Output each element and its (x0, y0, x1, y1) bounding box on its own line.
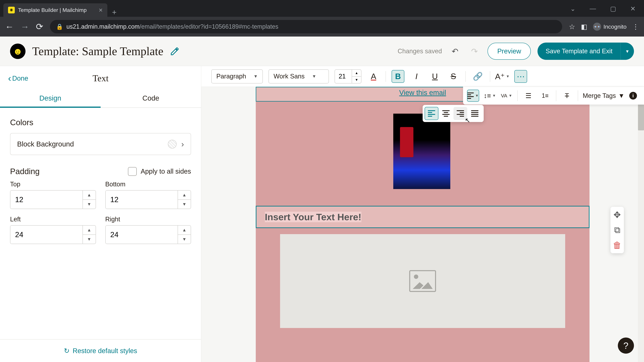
help-fab[interactable]: ? (618, 338, 634, 354)
email-body: View this email Insert Your Text Here! (256, 87, 590, 362)
page-title: Template: Sample Template (32, 44, 163, 58)
close-window-icon[interactable]: ✕ (630, 5, 636, 12)
colors-heading: Colors (10, 118, 191, 127)
text-color-icon[interactable]: A (367, 70, 380, 83)
font-family-select[interactable]: Work Sans▼ (268, 69, 329, 83)
apply-all-label: Apply to all sides (141, 168, 191, 175)
sidebar-tabs: Design Code (0, 90, 201, 108)
apply-all-checkbox[interactable] (128, 167, 137, 176)
edit-title-icon[interactable] (170, 46, 180, 56)
reload-icon[interactable]: ⟳ (36, 22, 43, 32)
hero-image[interactable] (393, 114, 450, 189)
padding-bottom-stepper: ▲▼ (105, 190, 191, 209)
align-dropdown-trigger[interactable]: ▼ (467, 90, 479, 102)
rte-toolbar: Paragraph▼ Work Sans▼ ▲▼ A B I U S 🔗 A⁺▼ (201, 66, 644, 87)
padding-left-input[interactable] (10, 226, 82, 244)
done-link[interactable]: Done (8, 75, 28, 82)
chevron-down-icon: ▼ (312, 74, 316, 79)
align-center-option[interactable] (439, 107, 453, 120)
align-right-option[interactable] (454, 107, 467, 120)
back-icon[interactable]: ← (5, 22, 14, 32)
padding-bottom-input[interactable] (106, 191, 178, 209)
bullet-list-icon[interactable]: ☰ (522, 90, 534, 102)
merge-tags-dropdown[interactable]: Merge Tags▼ (583, 92, 624, 99)
save-button-group: Save Template and Exit ▾ (538, 42, 634, 60)
block-format-select[interactable]: Paragraph▼ (211, 69, 263, 83)
padding-right-up[interactable]: ▲ (178, 226, 191, 235)
move-block-icon[interactable]: ✥ (613, 210, 622, 220)
padding-bottom-up[interactable]: ▲ (178, 191, 191, 200)
info-icon[interactable]: i (629, 92, 637, 99)
browser-titlebar: ✳ Template Builder | Mailchimp × + ⌄ — ▢… (0, 0, 644, 17)
url-text: us21.admin.mailchimp.com/email/templates… (66, 23, 278, 30)
strikethrough-icon[interactable]: S (447, 70, 460, 83)
more-options-icon[interactable]: ⋯ (514, 70, 527, 83)
padding-top-input[interactable] (10, 191, 82, 209)
text-styles-icon[interactable]: A⁺▼ (496, 70, 509, 83)
padding-top-up[interactable]: ▲ (83, 191, 96, 200)
underline-icon[interactable]: U (428, 70, 441, 83)
letter-spacing-icon[interactable]: VA▼ (500, 90, 513, 102)
align-left-icon (468, 92, 474, 99)
align-left-option[interactable] (425, 107, 438, 120)
tab-design[interactable]: Design (0, 90, 100, 108)
minimize-icon[interactable]: — (590, 5, 596, 12)
image-placeholder-block[interactable] (280, 234, 565, 328)
preview-button[interactable]: Preview (488, 43, 531, 60)
kebab-menu-icon[interactable]: ⋮ (632, 23, 639, 30)
tab-code[interactable]: Code (100, 90, 201, 108)
padding-bottom-down[interactable]: ▼ (178, 200, 191, 209)
block-tool-rail: ✥ ⧉ 🗑 (610, 207, 624, 253)
padding-right-stepper: ▲▼ (105, 225, 191, 244)
block-background-row[interactable]: Block Background › (10, 133, 191, 155)
undo-icon[interactable]: ↶ (448, 46, 461, 56)
side-panel-icon[interactable]: ◧ (581, 23, 587, 30)
font-size-input[interactable] (335, 73, 352, 80)
close-tab-icon[interactable]: × (99, 7, 103, 13)
app-header: ☻ Template: Sample Template Changes save… (0, 36, 644, 66)
canvas-scrollbar[interactable] (638, 87, 644, 362)
save-template-caret[interactable]: ▾ (620, 42, 634, 60)
padding-left-down[interactable]: ▼ (83, 235, 96, 244)
selected-text-block[interactable]: Insert Your Text Here! (256, 206, 590, 228)
chevron-right-icon: › (181, 139, 184, 149)
browser-tab[interactable]: ✳ Template Builder | Mailchimp × (3, 3, 107, 17)
rte-toolbar-overflow: ▼ ↕≡▼ VA▼ ☰ 1≡ T Merge Tags▼ i (463, 87, 644, 105)
duplicate-block-icon[interactable]: ⧉ (613, 225, 622, 235)
padding-left-up[interactable]: ▲ (83, 226, 96, 235)
tab-search-icon[interactable]: ⌄ (570, 5, 576, 12)
save-template-button[interactable]: Save Template and Exit (538, 42, 620, 60)
url-field[interactable]: 🔒 us21.admin.mailchimp.com/email/templat… (50, 20, 562, 33)
font-size-up[interactable]: ▲ (352, 70, 361, 77)
padding-top-down[interactable]: ▼ (83, 200, 96, 209)
numbered-list-icon[interactable]: 1≡ (539, 90, 551, 102)
link-icon[interactable]: 🔗 (472, 70, 484, 83)
bold-icon[interactable]: B (392, 70, 404, 83)
email-canvas[interactable]: View this email Insert Your Text Here! (201, 87, 644, 362)
incognito-indicator[interactable]: 👓 Incognito (593, 23, 626, 31)
mailchimp-logo[interactable]: ☻ (10, 43, 26, 59)
maximize-icon[interactable]: ▢ (610, 5, 616, 12)
restore-icon: ↻ (64, 347, 70, 355)
lock-icon[interactable]: 🔒 (56, 23, 63, 30)
line-height-icon[interactable]: ↕≡▼ (484, 90, 496, 102)
clear-formatting-icon[interactable]: T (561, 90, 573, 102)
padding-top-label: Top (10, 181, 96, 188)
save-status: Changes saved (398, 48, 442, 55)
font-size-down[interactable]: ▼ (352, 77, 361, 83)
bookmark-star-icon[interactable]: ☆ (569, 23, 575, 31)
padding-right-down[interactable]: ▼ (178, 235, 191, 244)
view-in-browser-link[interactable]: View this email (399, 89, 446, 96)
delete-block-icon[interactable]: 🗑 (613, 240, 622, 250)
browser-address-bar: ← → ⟳ 🔒 us21.admin.mailchimp.com/email/t… (0, 17, 644, 36)
padding-bottom-label: Bottom (105, 181, 191, 188)
restore-default-styles[interactable]: ↻ Restore default styles (0, 339, 201, 362)
align-justify-option[interactable] (468, 107, 482, 120)
italic-icon[interactable]: I (410, 70, 423, 83)
padding-top-stepper: ▲▼ (10, 190, 96, 209)
separator (556, 90, 556, 101)
chevron-down-icon: ▼ (254, 74, 258, 79)
padding-right-input[interactable] (106, 226, 178, 244)
text-block-content[interactable]: Insert Your Text Here! (265, 212, 362, 222)
new-tab-button[interactable]: + (112, 8, 116, 17)
